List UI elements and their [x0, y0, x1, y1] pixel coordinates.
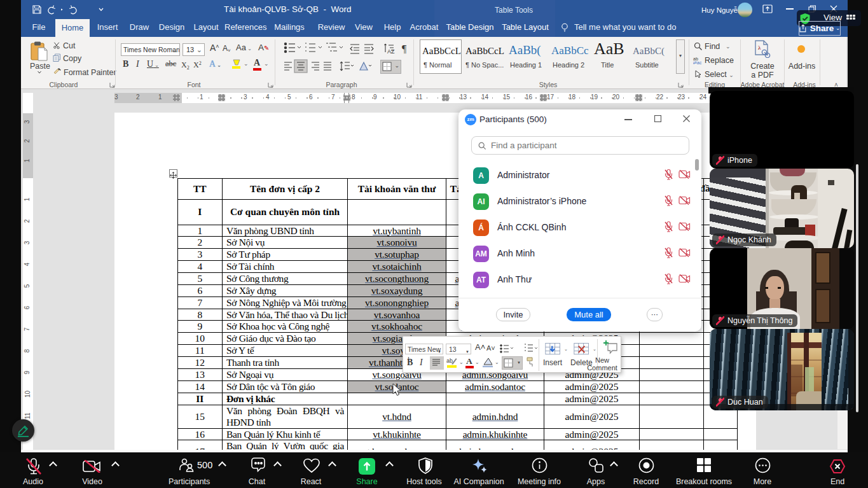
svg-text:ab: ab — [446, 358, 453, 364]
svg-text:λ: λ — [758, 45, 761, 51]
svg-text:⇄ac: ⇄ac — [693, 60, 702, 65]
svg-text:¶: ¶ — [402, 43, 407, 54]
svg-text:AZ: AZ — [387, 48, 395, 55]
